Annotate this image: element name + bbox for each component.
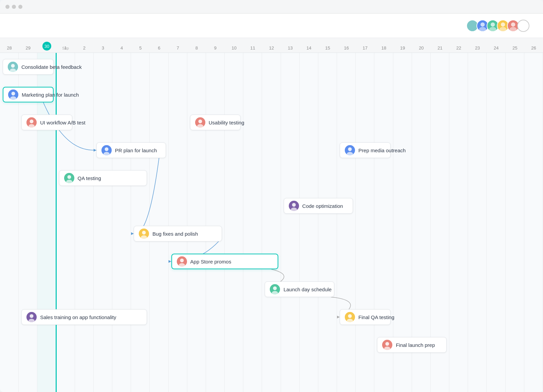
task-card-t7[interactable]: QA testing <box>59 170 147 186</box>
task-card-t10[interactable]: App Store promos <box>171 254 278 269</box>
avatar-img <box>101 145 112 155</box>
task-avatar-t11 <box>270 284 280 294</box>
grid-col-16 <box>300 53 318 392</box>
date-cell-21: 21 <box>431 45 449 51</box>
date-cell-19: 19 <box>393 45 412 51</box>
avatar-img <box>177 256 187 267</box>
task-card-t1[interactable]: Consolidate beta feedback <box>3 59 54 75</box>
add-member-button[interactable] <box>517 20 529 32</box>
grid-col-3 <box>56 53 75 392</box>
task-label-t12: Sales training on app functionality <box>40 314 116 320</box>
task-label-t7: QA testing <box>78 175 101 181</box>
date-cell-11: 11 <box>243 45 262 51</box>
grid-col-28 <box>524 53 543 392</box>
grid-col-14 <box>262 53 281 392</box>
date-cell-16: 16 <box>337 45 356 51</box>
task-label-t10: App Store promos <box>190 259 231 264</box>
task-label-t14: Final launch prep <box>396 342 435 348</box>
gantt-body: Consolidate beta feedbackMarketing plan … <box>0 53 543 392</box>
avatar-img <box>345 145 355 155</box>
date-cell-4: 4 <box>112 45 131 51</box>
task-label-t6: Prep media outreach <box>358 148 406 153</box>
task-card-t3[interactable]: UI workflow A/B test <box>21 115 72 130</box>
avatar-img <box>289 201 299 211</box>
date-cell-10: 10 <box>225 45 243 51</box>
avatar-img <box>345 312 355 322</box>
task-card-t12[interactable]: Sales training on app functionality <box>21 309 147 325</box>
date-cell-29: 29 <box>19 45 37 51</box>
today-line <box>56 53 57 392</box>
task-card-t13[interactable]: Final QA testing <box>340 309 391 325</box>
task-avatar-t2 <box>8 90 18 100</box>
grid-col-7 <box>131 53 150 392</box>
traffic-light-minimize[interactable] <box>12 5 16 9</box>
titlebar <box>0 0 543 14</box>
date-cell-8: 8 <box>187 45 206 51</box>
task-card-t2[interactable]: Marketing plan for launch <box>3 87 54 102</box>
task-label-t11: Launch day schedule <box>283 287 332 292</box>
avatars-group <box>466 20 529 32</box>
svg-point-11 <box>499 27 506 32</box>
task-avatar-t12 <box>26 312 37 322</box>
svg-point-0 <box>470 22 474 26</box>
date-cell-24: 24 <box>487 45 505 51</box>
svg-point-5 <box>479 27 486 32</box>
task-card-t6[interactable]: Prep media outreach <box>340 142 391 158</box>
avatar-img <box>26 312 37 322</box>
date-cell-2: 2 <box>75 45 94 51</box>
grid-col-24 <box>449 53 468 392</box>
grid-col-17 <box>318 53 337 392</box>
svg-point-7 <box>491 22 495 26</box>
calendar-area: 282930Sep1234567891011121314151617181920… <box>0 38 543 392</box>
task-card-t4[interactable]: Usability testing <box>190 115 241 130</box>
avatar-img <box>26 117 37 128</box>
date-cell-23: 23 <box>468 45 487 51</box>
task-card-t9[interactable]: Bug fixes and polish <box>134 226 222 241</box>
traffic-light-close[interactable] <box>5 5 10 9</box>
grid-col-18 <box>337 53 356 392</box>
task-avatar-t5 <box>101 145 112 155</box>
date-cell-5: 5 <box>131 45 150 51</box>
grid-col-25 <box>468 53 487 392</box>
task-label-t2: Marketing plan for launch <box>22 92 79 98</box>
task-avatar-t6 <box>345 145 355 155</box>
task-avatar-t3 <box>26 117 37 128</box>
grid-col-2 <box>37 53 56 392</box>
grid-col-12 <box>225 53 243 392</box>
task-label-t9: Bug fixes and polish <box>152 231 198 237</box>
task-avatar-t10 <box>177 256 187 267</box>
task-avatar-t9 <box>139 229 149 239</box>
grid-col-26 <box>487 53 505 392</box>
avatar-img <box>64 173 74 183</box>
grid-col-5 <box>94 53 112 392</box>
task-card-t5[interactable]: PR plan for launch <box>96 142 166 158</box>
traffic-light-maximize[interactable] <box>18 5 22 9</box>
grid-col-27 <box>506 53 524 392</box>
grid-col-13 <box>243 53 262 392</box>
task-card-t14[interactable]: Final launch prep <box>377 337 447 353</box>
task-avatar-t14 <box>382 340 392 350</box>
task-card-t11[interactable]: Launch day schedule <box>265 281 334 297</box>
date-cell-9: 9 <box>206 45 225 51</box>
task-avatar-t13 <box>345 312 355 322</box>
task-label-t13: Final QA testing <box>358 314 394 320</box>
task-avatar-t8 <box>289 201 299 211</box>
task-label-t1: Consolidate beta feedback <box>21 64 82 70</box>
grid-col-11 <box>206 53 225 392</box>
date-cell-22: 22 <box>449 45 468 51</box>
svg-point-14 <box>509 27 517 32</box>
task-card-t8[interactable]: Code optimization <box>284 198 353 214</box>
svg-point-8 <box>489 27 496 32</box>
date-cell-18: 18 <box>374 45 393 51</box>
task-avatar-t7 <box>64 173 74 183</box>
grid-col-15 <box>281 53 300 392</box>
date-cell-7: 7 <box>169 45 187 51</box>
avatar-img <box>382 340 392 350</box>
grid-col-8 <box>150 53 168 392</box>
date-cell-1: Sep1 <box>56 45 75 51</box>
avatar-img <box>8 90 18 100</box>
app-window: 282930Sep1234567891011121314151617181920… <box>0 0 543 392</box>
date-cell-28: 28 <box>0 45 19 51</box>
task-label-t8: Code optimization <box>302 203 343 209</box>
date-cell-15: 15 <box>318 45 337 51</box>
